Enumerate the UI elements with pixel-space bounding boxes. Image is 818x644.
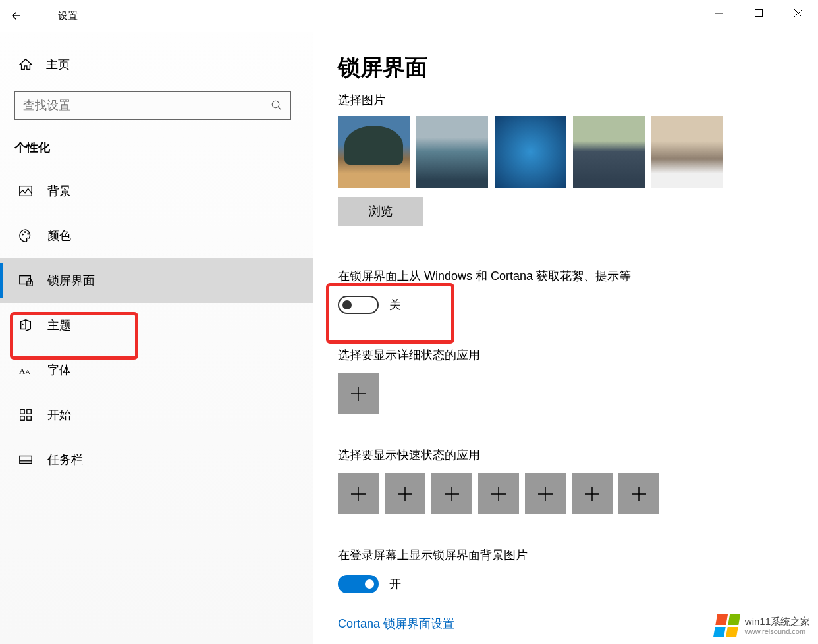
palette-icon [18,228,33,243]
maximize-button[interactable] [739,0,778,26]
home-nav[interactable]: 主页 [0,50,313,79]
add-quick-app-button[interactable] [385,473,425,514]
close-button[interactable] [778,0,818,26]
add-quick-app-button[interactable] [525,473,566,514]
svg-rect-18 [20,456,32,464]
detail-app-label: 选择要显示详细状态的应用 [338,347,818,363]
tips-toggle[interactable] [338,296,379,314]
svg-rect-16 [20,416,24,420]
font-icon: AA [18,363,33,377]
add-detail-app-button[interactable] [338,373,379,414]
svg-rect-17 [27,416,31,420]
picture-thumbnails [338,116,818,188]
themes-icon [18,318,33,333]
window-controls [699,0,818,26]
add-quick-app-button[interactable] [338,473,379,514]
add-quick-app-button[interactable] [618,473,659,514]
home-icon [18,57,33,72]
picture-thumbnail[interactable] [416,116,488,188]
plus-icon [632,487,646,501]
minimize-icon [715,9,723,17]
nav-label: 字体 [47,362,71,378]
search-icon [271,99,283,111]
signin-toggle-row: 开 [338,575,818,593]
window-title: 设置 [58,10,78,22]
picture-thumbnail[interactable] [495,116,566,188]
signin-toggle-state: 开 [389,576,401,592]
nav-item-taskbar[interactable]: 任务栏 [0,437,313,482]
nav-item-lockscreen[interactable]: 锁屏界面 [0,258,313,303]
nav-label: 任务栏 [47,452,83,468]
svg-rect-11 [27,281,32,286]
page-title: 锁屏界面 [338,53,818,83]
svg-rect-10 [20,276,31,284]
close-icon [794,9,802,17]
quick-app-row [338,473,818,514]
picture-thumbnail[interactable] [651,116,723,188]
add-quick-app-button[interactable] [572,473,613,514]
svg-rect-1 [755,10,763,17]
svg-point-4 [272,101,279,108]
add-quick-app-button[interactable] [431,473,472,514]
nav-label: 主题 [47,317,71,333]
watermark-title: win11系统之家 [745,616,810,628]
plus-icon [398,487,412,501]
nav-label: 开始 [47,407,71,423]
svg-rect-15 [27,410,31,414]
select-picture-label: 选择图片 [338,92,818,108]
titlebar: 设置 [0,0,818,32]
plus-icon [351,387,366,401]
tips-toggle-row: 关 [338,296,818,314]
svg-point-7 [22,234,24,236]
browse-button[interactable]: 浏览 [338,197,423,226]
section-header: 个性化 [0,140,313,169]
sidebar: 主页 个性化 背景 颜色 锁屏界面 主题 AA 字体 [0,32,313,644]
tips-toggle-state: 关 [389,297,401,313]
nav-item-themes[interactable]: 主题 [0,303,313,348]
picture-thumbnail[interactable] [338,116,410,188]
back-arrow-icon [10,10,22,22]
plus-icon [585,487,599,501]
lockscreen-icon [18,273,33,288]
watermark: win11系统之家 www.relsound.com [715,614,810,637]
nav-label: 背景 [47,183,71,199]
back-button[interactable] [0,0,32,32]
watermark-logo-icon [713,614,740,637]
svg-rect-14 [20,410,24,414]
nav-item-colors[interactable]: 颜色 [0,213,313,258]
svg-text:A: A [19,367,26,376]
signin-toggle[interactable] [338,575,379,593]
nav-item-background[interactable]: 背景 [0,169,313,213]
plus-icon [491,487,506,501]
nav-label: 锁屏界面 [47,273,95,288]
plus-icon [538,487,553,501]
nav-item-fonts[interactable]: AA 字体 [0,348,313,392]
start-icon [18,408,33,422]
search-input[interactable] [23,99,271,113]
home-label: 主页 [46,57,70,72]
minimize-button[interactable] [699,0,739,26]
picture-thumbnail[interactable] [573,116,645,188]
svg-point-9 [27,233,29,235]
nav-label: 颜色 [47,228,71,244]
nav-item-start[interactable]: 开始 [0,392,313,437]
tips-label: 在锁屏界面上从 Windows 和 Cortana 获取花絮、提示等 [338,268,818,284]
svg-line-5 [278,107,281,110]
maximize-icon [755,9,763,17]
picture-icon [18,184,33,198]
content-area: 锁屏界面 选择图片 浏览 在锁屏界面上从 Windows 和 Cortana 获… [313,32,818,644]
watermark-url: www.relsound.com [745,628,810,636]
search-box[interactable] [14,91,291,120]
signin-bg-label: 在登录屏幕上显示锁屏界面背景图片 [338,547,818,563]
add-quick-app-button[interactable] [478,473,519,514]
watermark-text: win11系统之家 www.relsound.com [745,616,810,636]
svg-point-8 [24,231,26,233]
quick-app-label: 选择要显示快速状态的应用 [338,447,818,463]
taskbar-icon [18,452,33,467]
plus-icon [445,487,459,501]
plus-icon [351,487,366,501]
svg-text:A: A [26,369,30,375]
